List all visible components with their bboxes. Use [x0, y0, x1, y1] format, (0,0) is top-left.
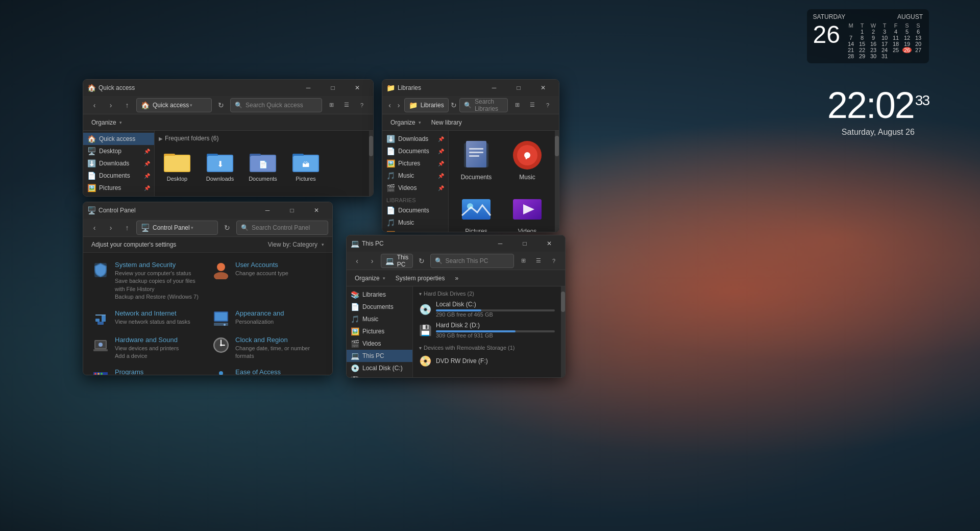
cp-item-user-accounts[interactable]: User Accounts Change account type: [208, 257, 328, 305]
sidebar-item-downloads[interactable]: ⬇️ Downloads 📌: [382, 133, 448, 145]
sidebar-item-pictures[interactable]: 🖼️ Pictures 📌: [83, 182, 154, 194]
sidebar-lib-pictures[interactable]: 🖼️ Pictures: [382, 229, 448, 232]
back-button[interactable]: ‹: [87, 98, 102, 112]
minimize-button[interactable]: ─: [256, 202, 279, 219]
cp-item-hardware[interactable]: Hardware and Sound View devices and prin…: [87, 332, 208, 365]
sidebar-item-quickaccess[interactable]: 🏠 Quick access: [83, 133, 154, 145]
sidebar-lib-music[interactable]: 🎵 Music: [382, 216, 448, 229]
forward-button[interactable]: ›: [104, 98, 118, 112]
lib-item-music[interactable]: ♪ Music: [504, 135, 551, 185]
sidebar-item-pictures[interactable]: 🖼️ Pictures 📌: [382, 157, 448, 170]
folder-desktop[interactable]: Desktop: [159, 146, 195, 185]
view-help-button[interactable]: ?: [355, 98, 369, 112]
sidebar-item-localc[interactable]: 💿 Local Disk (C:): [347, 362, 412, 374]
organize-button[interactable]: Organize ▾: [87, 116, 126, 129]
sidebar-item-desktop[interactable]: 🖥️ Desktop 📌: [83, 145, 154, 157]
up-button[interactable]: ↑: [120, 221, 134, 235]
view-tiles-button[interactable]: ⊞: [510, 98, 524, 112]
svg-text:♪: ♪: [525, 149, 530, 162]
minimize-button[interactable]: ─: [482, 80, 506, 96]
up-button[interactable]: ↑: [120, 98, 134, 112]
sidebar-item-documents[interactable]: 📄 Documents 📌: [382, 145, 448, 157]
sidebar-item-downloads[interactable]: ⬇️ Downloads 📌: [83, 157, 154, 170]
sidebar-item-pictures[interactable]: 🖼️ Pictures: [347, 325, 412, 337]
sidebar-item-thispc[interactable]: 💻 This PC: [347, 350, 412, 362]
lib-item-documents[interactable]: Documents: [453, 135, 500, 185]
more-options-button[interactable]: »: [451, 272, 462, 284]
close-button[interactable]: ✕: [531, 80, 555, 96]
new-library-button[interactable]: New library: [427, 116, 466, 129]
view-list-button[interactable]: ☰: [525, 98, 540, 112]
sidebar-item-music[interactable]: 🎵 Music 📌: [382, 170, 448, 182]
sidebar-item-hdd2[interactable]: 💾 Hard Disk 2 (D:): [347, 374, 412, 377]
maximize-button[interactable]: □: [507, 80, 530, 96]
scroll-thumb[interactable]: [555, 136, 559, 156]
sidebar-item-videos[interactable]: 🎬 Videos: [347, 337, 412, 350]
sidebar-item-documents[interactable]: 📄 Documents 📌: [83, 170, 154, 182]
view-tiles-button[interactable]: ⊞: [516, 254, 530, 268]
address-bar[interactable]: 🖥️ Control Panel ▾: [136, 221, 218, 235]
forward-button[interactable]: ›: [104, 221, 118, 235]
lib-item-pictures[interactable]: Pictures: [453, 189, 500, 232]
address-bar[interactable]: 📁 Libraries: [404, 98, 449, 112]
cp-item-programs[interactable]: Programs Uninstall a program: [87, 364, 208, 375]
removable-header: ▾ Devices with Removable Storage (1): [415, 343, 559, 353]
search-bar[interactable]: 🔍 Search Control Panel: [236, 221, 328, 235]
view-list-button[interactable]: ☰: [531, 254, 546, 268]
back-button[interactable]: ‹: [351, 254, 363, 268]
view-help-button[interactable]: ?: [541, 98, 555, 112]
folder-downloads[interactable]: ⬇ Downloads: [202, 146, 238, 185]
forward-button[interactable]: ›: [395, 98, 402, 112]
organize-button[interactable]: Organize ▾: [351, 272, 389, 284]
drive-d[interactable]: 💾 Hard Disk 2 (D:) 309 GB free of 931 GB: [415, 320, 559, 341]
back-button[interactable]: ‹: [386, 98, 393, 112]
minimize-button[interactable]: ─: [297, 80, 320, 96]
refresh-button[interactable]: ↻: [214, 98, 228, 112]
close-button[interactable]: ✕: [537, 235, 561, 252]
search-bar[interactable]: 🔍 Search This PC: [430, 254, 514, 268]
quick-access-window: 🏠 Quick access ─ □ ✕ ‹ › ↑ 🏠 Quick acces…: [83, 79, 374, 197]
search-bar[interactable]: 🔍 Search Quick access: [230, 98, 322, 112]
drive-c[interactable]: 💿 Local Disk (C:) 290 GB free of 465 GB: [415, 299, 559, 320]
search-bar[interactable]: 🔍 Search Libraries: [459, 98, 508, 112]
cp-item-ease[interactable]: Ease of Access Let Windows suggest setti…: [208, 364, 328, 375]
control-panel-body: Adjust your computer's settings View by:…: [83, 237, 332, 375]
folder-documents[interactable]: 📄 Documents: [244, 146, 281, 185]
drive-dvd[interactable]: 📀 DVD RW Drive (F:): [415, 353, 559, 369]
svg-rect-21: [97, 322, 104, 325]
view-list-button[interactable]: ☰: [339, 98, 354, 112]
sidebar-item-music[interactable]: 🎵 Music 📌: [83, 194, 154, 196]
organize-button[interactable]: Organize ▾: [386, 116, 425, 129]
view-help-button[interactable]: ?: [547, 254, 561, 268]
maximize-button[interactable]: □: [321, 80, 345, 96]
view-tiles-button[interactable]: ⊞: [324, 98, 338, 112]
refresh-button[interactable]: ↻: [220, 221, 234, 235]
cp-item-sub: Personalization: [235, 318, 324, 326]
address-bar[interactable]: 🏠 Quick access ▾: [136, 98, 212, 112]
sidebar-item-libraries[interactable]: 📚 Libraries: [347, 288, 412, 301]
cp-item-clock[interactable]: Clock and Region Change date, time, or n…: [208, 332, 328, 365]
maximize-button[interactable]: □: [280, 202, 304, 219]
address-bar[interactable]: 💻 This PC: [381, 254, 413, 268]
cp-item-appearance[interactable]: Appearance and Personalization: [208, 305, 328, 332]
close-button[interactable]: ✕: [346, 80, 369, 96]
scroll-thumb[interactable]: [369, 136, 373, 156]
close-button[interactable]: ✕: [305, 202, 328, 219]
sidebar-item-music[interactable]: 🎵 Music: [347, 313, 412, 325]
cp-item-network[interactable]: Network and Internet View network status…: [87, 305, 208, 332]
refresh-button[interactable]: ↻: [415, 254, 428, 268]
scroll-thumb[interactable]: [561, 292, 565, 312]
sidebar-item-videos[interactable]: 🎬 Videos 📌: [382, 182, 448, 194]
cp-viewby[interactable]: View by: Category ▾: [268, 241, 324, 248]
maximize-button[interactable]: □: [513, 235, 536, 252]
sidebar-lib-documents[interactable]: 📄 Documents: [382, 204, 448, 216]
lib-item-videos[interactable]: Videos: [504, 189, 551, 232]
forward-button[interactable]: ›: [365, 254, 378, 268]
sidebar-item-documents[interactable]: 📄 Documents: [347, 301, 412, 313]
cp-item-system-security[interactable]: System and Security Review your computer…: [87, 257, 208, 305]
folder-pictures[interactable]: 🏔 Pictures: [287, 146, 324, 185]
refresh-button[interactable]: ↻: [451, 98, 457, 112]
system-properties-button[interactable]: System properties: [391, 272, 449, 284]
minimize-button[interactable]: ─: [488, 235, 512, 252]
back-button[interactable]: ‹: [87, 221, 102, 235]
